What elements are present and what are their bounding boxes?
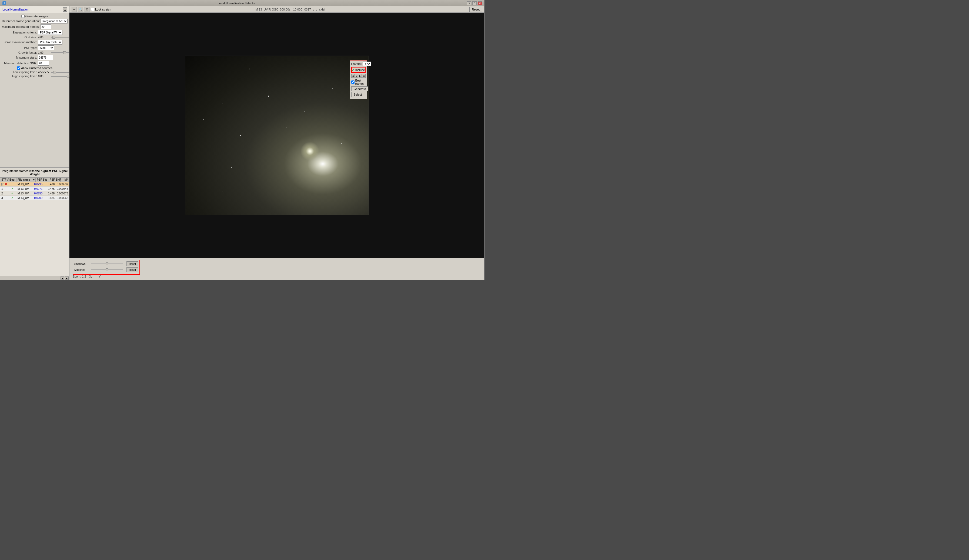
cell-sw-1: 0.0271	[28, 187, 43, 191]
cell-snr-2: 0.468	[43, 192, 56, 195]
minimize-button[interactable]: ∨	[467, 2, 471, 5]
max-stars-label: Maximum stars:	[2, 56, 37, 59]
lock-stretch-label[interactable]: Lock stretch	[91, 8, 111, 11]
shadows-slider[interactable]	[91, 264, 123, 264]
bottom-scrollbar[interactable]: ◄ ►	[0, 276, 69, 280]
table-header: STF # Best File name ▼ PSF SW PSF SNR M*	[0, 178, 69, 182]
zoom-fit-button[interactable]: ⊡	[85, 7, 90, 12]
allow-clustered-checkbox[interactable]	[17, 66, 20, 70]
psf-type-dropdown[interactable]: Auto	[38, 45, 54, 50]
low-clipping-label: Low clipping level:	[2, 70, 37, 74]
reference-frame-dropdown[interactable]: Integration of best frames	[40, 18, 68, 23]
star	[213, 151, 213, 152]
scale-eval-label: Scale evaluation method:	[2, 40, 37, 44]
nav-prev[interactable]: ◀	[355, 74, 358, 78]
eval-criteria-dropdown[interactable]: PSF Signal Weight	[38, 30, 62, 35]
image-container: Frames: 3 ✓ Include ⏮ ◀ ▶	[70, 13, 484, 258]
reference-frame-row: Reference frame generation: Integration …	[2, 18, 68, 23]
nav-last[interactable]: ⏭	[362, 74, 366, 78]
shadows-reset-button[interactable]: Reset	[127, 261, 138, 266]
bottom-controls: Shadows Reset Midtones Reset Zoo	[70, 258, 484, 280]
star	[203, 120, 204, 120]
table-row[interactable]: 3 ✓ M 13_UVIR-OSC_300.00s_-10.00C_0314_c…	[0, 196, 69, 200]
select-button[interactable]: Select	[351, 92, 365, 97]
high-clipping-row: High clipping level: 0.85	[2, 75, 68, 78]
cell-file-3: M 13_UVIR-OSC_300.00s_-10.00C_0314_c_d_r…	[17, 196, 28, 200]
scroll-left[interactable]: ◄	[60, 276, 64, 280]
growth-factor-label: Growth factor:	[2, 51, 37, 54]
panel-title: Local Normalization	[2, 8, 28, 11]
title-bar-controls: ∨ □ ✕	[467, 2, 482, 5]
panel-power-button[interactable]: ⏻	[63, 7, 67, 12]
empty-table-area	[0, 200, 69, 276]
lock-stretch-checkbox[interactable]	[91, 8, 94, 11]
nav-first[interactable]: ⏮	[351, 74, 355, 78]
col-sort[interactable]: ▼	[32, 178, 36, 182]
max-integrated-row: Maximum integrated frames:	[2, 24, 68, 29]
close-button[interactable]: ✕	[478, 2, 482, 5]
cell-snr-3: 0.484	[43, 196, 56, 200]
high-clipping-label: High clipping level:	[2, 75, 37, 78]
grid-size-value: 4.00	[38, 36, 50, 39]
popup-frames-label: Frames:	[351, 62, 362, 65]
scale-eval-dropdown[interactable]: PSF flux evaluation	[38, 40, 62, 45]
low-clipping-row: Low clipping level: 4.50e-05	[2, 70, 68, 74]
allow-clustered-row: Allow clustered sources	[2, 66, 68, 70]
midtones-slider[interactable]	[91, 269, 123, 270]
star	[341, 143, 341, 144]
check-icon: ✓	[352, 68, 355, 72]
star	[222, 191, 222, 191]
grid-size-label: Grid size:	[2, 36, 37, 39]
status-x-0: ✕	[5, 182, 7, 186]
min-detection-input[interactable]	[38, 61, 49, 66]
star	[250, 68, 250, 70]
x-coord: X: ---	[89, 275, 96, 278]
zoom-in-button[interactable]: +	[72, 7, 77, 12]
popup-frames-select[interactable]: 3	[363, 61, 371, 66]
include-button[interactable]: ✓ Include	[351, 67, 366, 73]
cell-snr-1: 0.476	[43, 187, 56, 191]
star-field-image: Frames: 3 ✓ Include ⏮ ◀ ▶	[185, 56, 369, 215]
col-best: Best	[8, 178, 17, 182]
cell-best-3: ✓	[8, 196, 17, 200]
y-coord: Y: ---	[98, 275, 105, 278]
star	[259, 183, 259, 183]
midtones-reset-button[interactable]: Reset	[127, 267, 138, 272]
shadows-label: Shadows	[74, 263, 89, 266]
max-integrated-label: Maximum integrated frames:	[2, 25, 40, 28]
reset-button-toolbar[interactable]: Reset	[470, 7, 482, 12]
shadows-item: Shadows	[74, 261, 123, 266]
table-row[interactable]: 1 ✓ M 13_UVIR-OSC_300.00s_-10.00C_0316_c…	[0, 186, 69, 191]
settings-area: Generate images Reference frame generati…	[0, 13, 69, 168]
star	[286, 80, 286, 80]
cell-best-2: ✓	[8, 191, 17, 196]
scroll-right[interactable]: ►	[65, 276, 68, 280]
maximize-button[interactable]: □	[472, 2, 477, 5]
popup-nav: ⏮ ◀ ▶ ⏭	[351, 74, 366, 78]
cell-stf-1: 1	[0, 187, 8, 191]
max-integrated-input[interactable]	[40, 24, 52, 29]
midtones-row: Midtones Reset	[74, 267, 138, 272]
max-stars-row: Maximum stars:	[2, 55, 68, 60]
generate-images-label[interactable]: Generate images	[22, 15, 48, 18]
frames-table: STF # Best File name ▼ PSF SW PSF SNR M*…	[0, 178, 69, 276]
star	[268, 96, 269, 96]
table-row[interactable]: 2 ✓ M 13_UVIR-OSC_300.00s_-10.00C_0312_c…	[0, 191, 69, 196]
best-frames-checkbox-label[interactable]: Best frames	[351, 79, 366, 85]
cell-file-0: M 13_UVIR-OSC_300.00s_-10.00C_0317_c_d_r…	[17, 183, 28, 186]
eval-criteria-row: Evaluation criteria: PSF Signal Weight	[2, 30, 68, 35]
star	[304, 111, 305, 112]
image-toolbar: + 🔍 ⊡ Lock stretch M 13_UVIR-OSC_300.00s…	[70, 6, 484, 13]
shadows-midtones-container: Shadows Reset Midtones Reset	[73, 260, 140, 275]
best-frames-checkbox[interactable]	[351, 80, 355, 84]
allow-clustered-label[interactable]: Allow clustered sources	[17, 66, 52, 70]
zoom-out-button[interactable]: 🔍	[78, 7, 83, 12]
generate-button[interactable]: Generate	[351, 86, 369, 91]
star	[213, 72, 213, 72]
table-row[interactable]: 0 ✕ M 13_UVIR-OSC_300.00s_-10.00C_0317_c…	[0, 182, 69, 186]
generate-images-checkbox[interactable]	[22, 15, 25, 18]
grid-size-row: Grid size: 4.00	[2, 36, 68, 39]
max-stars-input[interactable]	[38, 55, 53, 60]
cell-stf-3: 3	[0, 196, 8, 200]
nav-next[interactable]: ▶	[359, 74, 362, 78]
